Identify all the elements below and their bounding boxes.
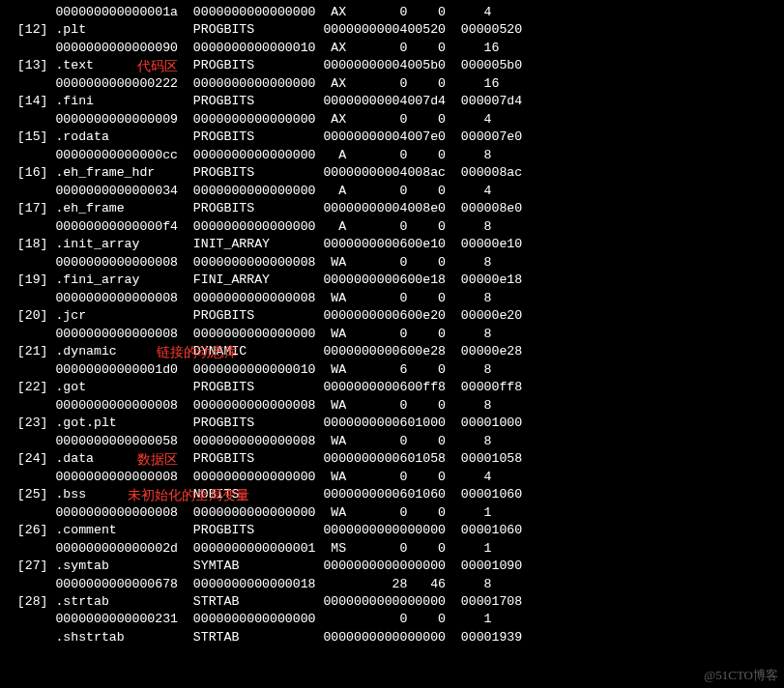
section-row-head: [12] .plt PROGBITS 0000000000400520 0000…	[2, 21, 782, 39]
section-row-head: [19] .fini_array FINI_ARRAY 000000000060…	[2, 272, 782, 289]
section-row-head: [21] .dynamic DYNAMIC 0000000000600e28 0…	[2, 343, 782, 360]
section-row-head: [17] .eh_frame PROGBITS 00000000004008e0…	[2, 200, 782, 217]
section-row-detail: 00000000000000f4 0000000000000000 A 0 0 …	[2, 218, 782, 236]
section-row-head: [27] .symtab SYMTAB 0000000000000000 000…	[2, 558, 782, 575]
section-row-detail: 0000000000000008 0000000000000008 WA 0 0…	[2, 397, 782, 415]
section-row-head: [20] .jcr PROGBITS 0000000000600e20 0000…	[2, 307, 782, 325]
section-row-detail: 0000000000000034 0000000000000000 A 0 0 …	[2, 183, 782, 200]
section-row-detail: 0000000000000008 0000000000000008 WA 0 0…	[2, 290, 782, 307]
section-row-detail: 0000000000000678 0000000000000018 28 46 …	[2, 576, 782, 593]
section-row-detail: 0000000000000008 0000000000000000 WA 0 0…	[2, 326, 782, 343]
annotation-text-section: 代码区	[137, 57, 178, 76]
section-row-head: [13] .text PROGBITS 00000000004005b0 000…	[2, 57, 782, 74]
section-row-detail: 0000000000000008 0000000000000008 WA 0 0…	[2, 254, 782, 272]
watermark-text: @51CTO博客	[704, 667, 778, 684]
section-row-head: [28] .strtab STRTAB 0000000000000000 000…	[2, 593, 782, 611]
section-row-detail: 0000000000000090 0000000000000010 AX 0 0…	[2, 40, 782, 57]
terminal-output: 000000000000001a 0000000000000000 AX 0 0…	[0, 0, 784, 650]
section-row-detail: 0000000000000009 0000000000000000 AX 0 0…	[2, 111, 782, 129]
section-row-detail: 0000000000000222 0000000000000000 AX 0 0…	[2, 75, 782, 93]
section-row-head: [22] .got PROGBITS 0000000000600ff8 0000…	[2, 379, 782, 396]
section-row-detail: 000000000000001a 0000000000000000 AX 0 0…	[2, 4, 782, 21]
section-row-head: [24] .data PROGBITS 0000000000601058 000…	[2, 450, 782, 468]
section-row-detail: 0000000000000058 0000000000000008 WA 0 0…	[2, 433, 782, 450]
section-row-head: [26] .comment PROGBITS 0000000000000000 …	[2, 522, 782, 539]
section-row-head: [25] .bss NOBITS 0000000000601060 000010…	[2, 486, 782, 503]
section-row-detail: 0000000000000008 0000000000000000 WA 0 0…	[2, 469, 782, 486]
section-row-head-partial: .shstrtab STRTAB 0000000000000000 000019…	[2, 629, 782, 646]
section-row-detail: 000000000000002d 0000000000000001 MS 0 0…	[2, 540, 782, 558]
section-row-detail: 00000000000000cc 0000000000000000 A 0 0 …	[2, 147, 782, 164]
section-row-head: [14] .fini PROGBITS 00000000004007d4 000…	[2, 93, 782, 110]
section-row-detail: 0000000000000231 0000000000000000 0 0 1	[2, 611, 782, 628]
section-row-head: [15] .rodata PROGBITS 00000000004007e0 0…	[2, 129, 782, 146]
annotation-bss-section: 未初始化的全局变量	[128, 486, 249, 505]
section-row-head: [16] .eh_frame_hdr PROGBITS 000000000040…	[2, 164, 782, 182]
annotation-dynamic-section: 链接的动态库	[157, 343, 238, 362]
annotation-data-section: 数据区	[137, 450, 178, 470]
section-row-head: [23] .got.plt PROGBITS 0000000000601000 …	[2, 415, 782, 432]
section-row-detail: 00000000000001d0 0000000000000010 WA 6 0…	[2, 361, 782, 379]
section-row-head: [18] .init_array INIT_ARRAY 000000000060…	[2, 236, 782, 253]
section-row-detail: 0000000000000008 0000000000000000 WA 0 0…	[2, 504, 782, 522]
